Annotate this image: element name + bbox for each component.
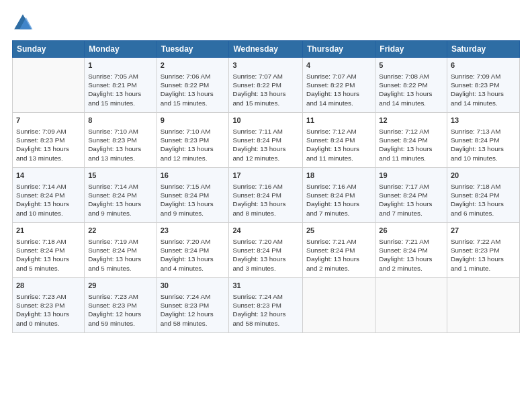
day-info: Sunrise: 7:18 AM Sunset: 8:24 PM Dayligh… <box>16 237 81 273</box>
day-header-saturday: Saturday <box>447 41 519 58</box>
header <box>12 12 520 34</box>
day-info: Sunrise: 7:15 AM Sunset: 8:24 PM Dayligh… <box>161 182 226 218</box>
day-number: 2 <box>161 60 226 71</box>
day-info: Sunrise: 7:16 AM Sunset: 8:24 PM Dayligh… <box>306 182 371 218</box>
logo-icon <box>12 12 34 34</box>
day-number: 24 <box>232 226 299 236</box>
day-info: Sunrise: 7:16 AM Sunset: 8:24 PM Dayligh… <box>232 182 299 218</box>
day-cell: 21Sunrise: 7:18 AM Sunset: 8:24 PM Dayli… <box>13 223 85 278</box>
day-cell: 28Sunrise: 7:23 AM Sunset: 8:23 PM Dayli… <box>13 278 85 333</box>
day-info: Sunrise: 7:12 AM Sunset: 8:24 PM Dayligh… <box>379 127 443 163</box>
day-info: Sunrise: 7:18 AM Sunset: 8:24 PM Dayligh… <box>451 182 516 218</box>
day-number: 29 <box>88 281 152 291</box>
day-info: Sunrise: 7:08 AM Sunset: 8:22 PM Dayligh… <box>379 72 443 107</box>
day-number: 20 <box>451 171 516 181</box>
day-info: Sunrise: 7:11 AM Sunset: 8:24 PM Dayligh… <box>232 127 299 163</box>
day-info: Sunrise: 7:06 AM Sunset: 8:22 PM Dayligh… <box>161 72 226 107</box>
day-number: 8 <box>88 116 152 126</box>
day-number: 3 <box>232 60 299 71</box>
day-cell: 8Sunrise: 7:10 AM Sunset: 8:23 PM Daylig… <box>85 113 157 168</box>
day-cell: 17Sunrise: 7:16 AM Sunset: 8:24 PM Dayli… <box>229 168 303 223</box>
day-info: Sunrise: 7:24 AM Sunset: 8:23 PM Dayligh… <box>232 292 299 328</box>
day-cell: 14Sunrise: 7:14 AM Sunset: 8:24 PM Dayli… <box>13 168 85 223</box>
day-number: 14 <box>16 171 81 181</box>
week-row-5: 28Sunrise: 7:23 AM Sunset: 8:23 PM Dayli… <box>13 278 520 333</box>
day-number: 13 <box>451 116 516 126</box>
page: SundayMondayTuesdayWednesdayThursdayFrid… <box>0 0 532 341</box>
day-header-tuesday: Tuesday <box>157 41 229 58</box>
day-cell: 10Sunrise: 7:11 AM Sunset: 8:24 PM Dayli… <box>229 113 303 168</box>
day-info: Sunrise: 7:24 AM Sunset: 8:23 PM Dayligh… <box>161 292 226 328</box>
day-info: Sunrise: 7:22 AM Sunset: 8:23 PM Dayligh… <box>451 237 516 273</box>
day-cell: 5Sunrise: 7:08 AM Sunset: 8:22 PM Daylig… <box>375 58 447 113</box>
day-number: 15 <box>88 171 152 181</box>
day-info: Sunrise: 7:21 AM Sunset: 8:24 PM Dayligh… <box>379 237 443 273</box>
day-cell: 16Sunrise: 7:15 AM Sunset: 8:24 PM Dayli… <box>157 168 229 223</box>
day-number: 17 <box>232 171 299 181</box>
day-cell <box>375 278 447 333</box>
day-cell: 27Sunrise: 7:22 AM Sunset: 8:23 PM Dayli… <box>447 223 519 278</box>
day-cell: 25Sunrise: 7:21 AM Sunset: 8:24 PM Dayli… <box>303 223 375 278</box>
day-number: 6 <box>451 60 516 71</box>
day-cell: 26Sunrise: 7:21 AM Sunset: 8:24 PM Dayli… <box>375 223 447 278</box>
day-info: Sunrise: 7:07 AM Sunset: 8:22 PM Dayligh… <box>232 72 299 107</box>
day-cell <box>303 278 375 333</box>
day-info: Sunrise: 7:09 AM Sunset: 8:23 PM Dayligh… <box>16 127 81 163</box>
logo <box>12 12 36 34</box>
day-number: 4 <box>306 60 371 71</box>
day-header-thursday: Thursday <box>303 41 375 58</box>
day-info: Sunrise: 7:17 AM Sunset: 8:24 PM Dayligh… <box>379 182 443 218</box>
header-row: SundayMondayTuesdayWednesdayThursdayFrid… <box>13 41 520 58</box>
day-cell: 23Sunrise: 7:20 AM Sunset: 8:24 PM Dayli… <box>157 223 229 278</box>
day-info: Sunrise: 7:20 AM Sunset: 8:24 PM Dayligh… <box>161 237 226 273</box>
week-row-3: 14Sunrise: 7:14 AM Sunset: 8:24 PM Dayli… <box>13 168 520 223</box>
day-info: Sunrise: 7:21 AM Sunset: 8:24 PM Dayligh… <box>306 237 371 273</box>
day-cell: 22Sunrise: 7:19 AM Sunset: 8:24 PM Dayli… <box>85 223 157 278</box>
day-header-monday: Monday <box>85 41 157 58</box>
day-number: 30 <box>161 281 226 291</box>
day-number: 5 <box>379 60 443 71</box>
day-cell: 30Sunrise: 7:24 AM Sunset: 8:23 PM Dayli… <box>157 278 229 333</box>
day-cell: 18Sunrise: 7:16 AM Sunset: 8:24 PM Dayli… <box>303 168 375 223</box>
day-info: Sunrise: 7:12 AM Sunset: 8:24 PM Dayligh… <box>306 127 371 163</box>
day-cell: 29Sunrise: 7:23 AM Sunset: 8:23 PM Dayli… <box>85 278 157 333</box>
day-info: Sunrise: 7:05 AM Sunset: 8:21 PM Dayligh… <box>88 72 152 107</box>
day-number: 26 <box>379 226 443 236</box>
day-number: 21 <box>16 226 81 236</box>
day-info: Sunrise: 7:19 AM Sunset: 8:24 PM Dayligh… <box>88 237 152 273</box>
day-cell: 9Sunrise: 7:10 AM Sunset: 8:23 PM Daylig… <box>157 113 229 168</box>
day-number: 1 <box>88 60 152 71</box>
day-cell: 13Sunrise: 7:13 AM Sunset: 8:24 PM Dayli… <box>447 113 519 168</box>
day-info: Sunrise: 7:20 AM Sunset: 8:24 PM Dayligh… <box>232 237 299 273</box>
day-number: 7 <box>16 116 81 126</box>
week-row-4: 21Sunrise: 7:18 AM Sunset: 8:24 PM Dayli… <box>13 223 520 278</box>
week-row-1: 1Sunrise: 7:05 AM Sunset: 8:21 PM Daylig… <box>13 58 520 113</box>
day-number: 16 <box>161 171 226 181</box>
day-cell: 11Sunrise: 7:12 AM Sunset: 8:24 PM Dayli… <box>303 113 375 168</box>
day-number: 19 <box>379 171 443 181</box>
day-header-sunday: Sunday <box>13 41 85 58</box>
day-info: Sunrise: 7:13 AM Sunset: 8:24 PM Dayligh… <box>451 127 516 163</box>
day-cell: 2Sunrise: 7:06 AM Sunset: 8:22 PM Daylig… <box>157 58 229 113</box>
day-info: Sunrise: 7:07 AM Sunset: 8:22 PM Dayligh… <box>306 72 371 107</box>
day-info: Sunrise: 7:09 AM Sunset: 8:23 PM Dayligh… <box>451 72 516 107</box>
day-cell: 4Sunrise: 7:07 AM Sunset: 8:22 PM Daylig… <box>303 58 375 113</box>
day-number: 25 <box>306 226 371 236</box>
day-cell: 20Sunrise: 7:18 AM Sunset: 8:24 PM Dayli… <box>447 168 519 223</box>
day-cell: 7Sunrise: 7:09 AM Sunset: 8:23 PM Daylig… <box>13 113 85 168</box>
day-number: 27 <box>451 226 516 236</box>
day-cell <box>447 278 519 333</box>
day-cell: 12Sunrise: 7:12 AM Sunset: 8:24 PM Dayli… <box>375 113 447 168</box>
day-cell <box>13 58 85 113</box>
day-info: Sunrise: 7:10 AM Sunset: 8:23 PM Dayligh… <box>88 127 152 163</box>
day-number: 11 <box>306 116 371 126</box>
week-row-2: 7Sunrise: 7:09 AM Sunset: 8:23 PM Daylig… <box>13 113 520 168</box>
day-cell: 19Sunrise: 7:17 AM Sunset: 8:24 PM Dayli… <box>375 168 447 223</box>
day-cell: 6Sunrise: 7:09 AM Sunset: 8:23 PM Daylig… <box>447 58 519 113</box>
calendar-table: SundayMondayTuesdayWednesdayThursdayFrid… <box>12 40 520 333</box>
day-number: 12 <box>379 116 443 126</box>
day-number: 22 <box>88 226 152 236</box>
day-info: Sunrise: 7:23 AM Sunset: 8:23 PM Dayligh… <box>16 292 81 328</box>
day-cell: 3Sunrise: 7:07 AM Sunset: 8:22 PM Daylig… <box>229 58 303 113</box>
day-number: 23 <box>161 226 226 236</box>
